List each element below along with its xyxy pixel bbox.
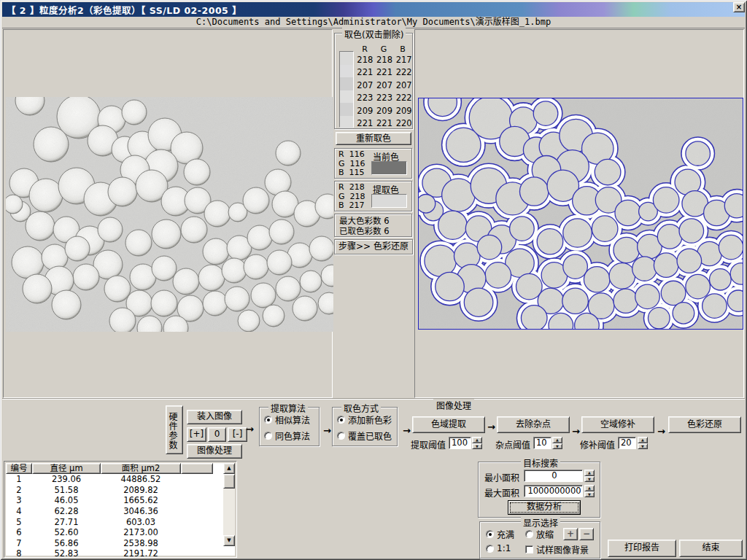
- picked-color-row[interactable]: 221221220: [355, 117, 414, 131]
- repair-threshold-label: 修补阈值: [580, 438, 615, 451]
- target-search-group: 目标搜索 最小面积 0 ▲▼ 最大面积 1000000000 ▲▼ 数据分析: [478, 462, 600, 518]
- extraction-result-image[interactable]: [418, 98, 743, 330]
- max-area-spinner[interactable]: ▲▼: [584, 485, 595, 497]
- max-colors-text: 最大色彩数 6: [339, 216, 411, 226]
- end-button[interactable]: 结束: [679, 540, 743, 557]
- radio-overwrite-color[interactable]: 覆盖已取色: [337, 429, 392, 442]
- max-area-input[interactable]: 1000000000: [524, 485, 583, 497]
- picked-color-swatch[interactable]: [340, 65, 353, 78]
- flow-arrow: →: [487, 421, 495, 432]
- radio-label: 覆盖已取色: [348, 429, 392, 442]
- checkbox-label: 试样图像背景: [536, 543, 589, 556]
- area-repair-button[interactable]: 空域修补: [581, 416, 654, 433]
- picked-color-row[interactable]: 218218217: [355, 53, 414, 66]
- noise-threshold-input[interactable]: 10: [533, 437, 551, 449]
- radio-icon: [264, 432, 272, 440]
- frame-minus-button[interactable]: [-]: [228, 427, 247, 442]
- table-row[interactable]: 852.832191.72: [6, 548, 213, 559]
- color-restore-button[interactable]: 色彩还原: [668, 416, 741, 433]
- target-search-caption: 目标搜索: [521, 456, 560, 469]
- picked-color-row[interactable]: 209209209: [355, 104, 414, 117]
- table-scrollbar[interactable]: ▲ ▼: [223, 463, 235, 546]
- current-color-rgb: R 116 G 116 B 115: [338, 150, 365, 178]
- remove-noise-button[interactable]: 去除杂点: [497, 416, 570, 433]
- table-row[interactable]: 1239.0644886.52: [6, 474, 213, 485]
- radio-similar-algo[interactable]: 相似算法: [264, 413, 310, 426]
- picked-color-swatch[interactable]: [340, 90, 353, 104]
- repair-threshold-input[interactable]: 20: [618, 437, 636, 449]
- spin-up-icon[interactable]: ▲: [472, 437, 482, 443]
- zoom-in-button[interactable]: +: [563, 528, 578, 540]
- load-image-button[interactable]: 装入图像: [187, 410, 242, 424]
- picked-color-swatch[interactable]: [340, 77, 353, 90]
- sample-bg-checkbox[interactable]: 试样图像背景: [525, 543, 589, 556]
- close-button[interactable]: ×: [733, 2, 745, 12]
- min-area-spinner[interactable]: ▲▼: [584, 470, 595, 482]
- picked-color-row[interactable]: 221221222: [355, 66, 414, 79]
- extract-threshold-label: 提取阈值: [411, 438, 446, 451]
- source-micrograph-image[interactable]: [6, 97, 333, 332]
- min-area-label: 最小面积: [484, 471, 519, 483]
- frame-counter-value: 0: [208, 427, 226, 442]
- spin-down-icon[interactable]: ▼: [638, 443, 648, 450]
- process-section-caption: 图像处理: [433, 399, 474, 411]
- spin-up-icon[interactable]: ▲: [584, 470, 595, 476]
- min-area-input[interactable]: 0: [524, 470, 583, 482]
- processed-image-panel: [414, 29, 744, 398]
- spin-down-icon[interactable]: ▼: [472, 443, 482, 450]
- frame-plus-button[interactable]: [+]: [187, 427, 206, 442]
- extract-threshold-spinner[interactable]: ▲▼: [472, 437, 482, 449]
- extract-color-rgb: R 218 G 218 B 217: [338, 183, 365, 211]
- repick-color-button[interactable]: 重新取色: [336, 132, 411, 145]
- table-row[interactable]: 756.862538.98: [6, 538, 213, 549]
- scroll-thumb[interactable]: [223, 474, 235, 489]
- picked-color-row[interactable]: 207207207: [355, 79, 414, 92]
- pick-mode-caption: 取色方式: [341, 402, 381, 414]
- table-row[interactable]: 346.051665.62: [6, 495, 213, 506]
- radio-zoom-view[interactable]: 放缩: [525, 528, 554, 540]
- radio-samecolor-algo[interactable]: 同色算法: [264, 429, 310, 442]
- spin-down-icon[interactable]: ▼: [584, 476, 595, 483]
- scroll-up-icon[interactable]: ▲: [223, 463, 235, 474]
- col-header-diameter[interactable]: 直径 μm: [32, 463, 101, 474]
- extract-color-box: R 218 G 218 B 217 提取色: [334, 181, 412, 211]
- extract-threshold-input[interactable]: 100: [449, 437, 471, 449]
- results-table-body[interactable]: 1239.0644886.52251.582089.82346.051665.6…: [6, 474, 213, 559]
- table-row[interactable]: 251.582089.82: [6, 485, 213, 496]
- zoom-out-button[interactable]: −: [579, 528, 594, 540]
- spin-up-icon[interactable]: ▲: [552, 437, 562, 443]
- extract-algo-caption: 提取算法: [268, 402, 308, 414]
- scroll-down-icon[interactable]: ▼: [223, 535, 235, 546]
- spin-down-icon[interactable]: ▼: [584, 491, 595, 498]
- source-image-panel: [3, 29, 333, 398]
- col-header-area[interactable]: 面积 μm2: [101, 463, 181, 474]
- data-analysis-button[interactable]: 数据分析: [508, 500, 581, 515]
- picked-color-swatch-strip[interactable]: [339, 51, 354, 128]
- col-header-id[interactable]: 编号: [6, 463, 32, 474]
- print-report-button[interactable]: 打印报告: [608, 540, 676, 557]
- title-bar[interactable]: 【 2 】粒度分析2（彩色提取）【 SS/LD 02-2005 】: [2, 2, 745, 17]
- image-process-button[interactable]: 图像处理: [187, 444, 242, 459]
- picked-color-list[interactable]: 2182182172212212222072072072232232222092…: [355, 53, 414, 130]
- picked-color-swatch[interactable]: [340, 103, 353, 116]
- radio-one-to-one[interactable]: 1:1: [486, 543, 511, 553]
- table-row[interactable]: 462.283046.36: [6, 506, 213, 517]
- picked-color-row[interactable]: 223223222: [355, 92, 414, 105]
- spin-up-icon[interactable]: ▲: [638, 437, 648, 443]
- radio-fill-view[interactable]: 充满: [486, 528, 514, 540]
- noise-threshold-spinner[interactable]: ▲▼: [552, 437, 562, 449]
- hardware-params-button[interactable]: 硬件参数: [166, 405, 183, 454]
- spin-up-icon[interactable]: ▲: [584, 485, 595, 491]
- table-row[interactable]: 527.71603.03: [6, 516, 213, 527]
- radio-icon: [337, 432, 345, 440]
- extract-gamut-button[interactable]: 色域提取: [412, 416, 485, 433]
- repair-threshold-spinner[interactable]: ▲▼: [638, 437, 648, 449]
- spin-down-icon[interactable]: ▼: [552, 443, 562, 450]
- col-header-blank[interactable]: [181, 463, 213, 474]
- picked-color-swatch[interactable]: [340, 52, 353, 65]
- radio-add-new-color[interactable]: 添加新色彩: [337, 413, 392, 426]
- picked-color-swatch[interactable]: [340, 116, 353, 129]
- radio-label: 1:1: [497, 543, 511, 553]
- noise-threshold-label: 杂点阈值: [495, 438, 530, 451]
- table-row[interactable]: 652.602173.00: [6, 527, 213, 538]
